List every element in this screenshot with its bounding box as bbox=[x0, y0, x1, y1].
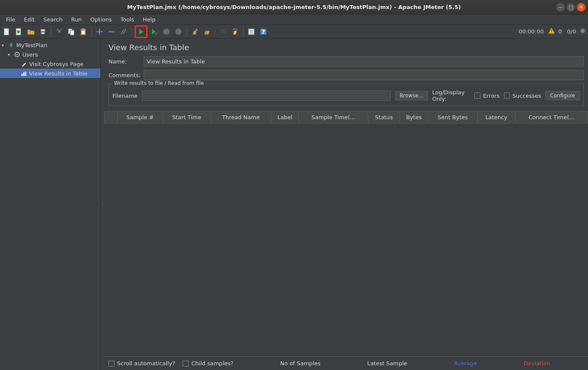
expand-icon[interactable] bbox=[94, 27, 105, 37]
fieldset-legend: Write results to file / Read from file bbox=[112, 80, 205, 86]
start-button[interactable] bbox=[135, 25, 148, 38]
svg-rect-9 bbox=[70, 30, 74, 35]
col-connect[interactable]: Connect Time(... bbox=[515, 111, 588, 123]
search-icon[interactable] bbox=[218, 27, 228, 37]
svg-rect-5 bbox=[42, 32, 45, 34]
results-table[interactable]: Sample # Start Time Thread Name Label Sa… bbox=[104, 111, 588, 356]
menu-tools[interactable]: Tools bbox=[116, 15, 139, 24]
panel-title: View Results in Table bbox=[104, 39, 588, 54]
child-samples-checkbox[interactable]: Child samples? bbox=[183, 360, 233, 367]
svg-rect-28 bbox=[21, 74, 23, 76]
name-input[interactable] bbox=[144, 56, 584, 66]
tree-label: MyTestPlan bbox=[16, 42, 47, 48]
svg-rect-23 bbox=[551, 32, 552, 33]
start-no-pause-icon[interactable] bbox=[149, 27, 160, 37]
col-label[interactable]: Label bbox=[271, 111, 299, 123]
comments-input[interactable] bbox=[144, 70, 584, 80]
svg-rect-4 bbox=[41, 29, 45, 31]
svg-rect-29 bbox=[23, 72, 24, 76]
warning-icon[interactable] bbox=[548, 27, 555, 36]
svg-point-25 bbox=[582, 30, 584, 32]
col-status[interactable]: Status bbox=[368, 111, 399, 123]
chevron-down-icon[interactable]: ▾ bbox=[8, 52, 12, 57]
window-titlebar: MyTestPlan.jmx (/home/cybrosys/Downloads… bbox=[0, 0, 588, 15]
col-latency[interactable]: Latency bbox=[477, 111, 515, 123]
svg-marker-15 bbox=[175, 29, 181, 35]
errors-checkbox[interactable]: Errors bbox=[474, 93, 499, 99]
clear-icon[interactable] bbox=[190, 27, 200, 37]
shutdown-icon[interactable] bbox=[173, 27, 184, 37]
window-minimize-button[interactable]: — bbox=[556, 3, 565, 12]
comments-label: Comments: bbox=[109, 72, 139, 78]
svg-marker-14 bbox=[163, 29, 169, 35]
menu-file[interactable]: File bbox=[2, 15, 20, 24]
tree-label: Visit Cybrosys Page bbox=[29, 61, 84, 67]
paste-icon[interactable] bbox=[78, 27, 88, 37]
menu-edit[interactable]: Edit bbox=[20, 15, 39, 24]
filename-label: Filename bbox=[112, 93, 138, 99]
menu-options[interactable]: Options bbox=[86, 15, 116, 24]
col-sentbytes[interactable]: Sent Bytes bbox=[428, 111, 477, 123]
table-header-row: Sample # Start Time Thread Name Label Sa… bbox=[105, 111, 588, 123]
svg-point-17 bbox=[220, 29, 223, 32]
gear-icon bbox=[14, 51, 21, 58]
svg-point-13 bbox=[155, 32, 158, 35]
window-close-button[interactable]: ✕ bbox=[577, 3, 585, 12]
col-starttime[interactable]: Start Time bbox=[163, 111, 211, 123]
chevron-down-icon[interactable]: ▾ bbox=[2, 43, 6, 48]
window-title: MyTestPlan.jmx (/home/cybrosys/Downloads… bbox=[127, 4, 461, 10]
collapse-icon[interactable] bbox=[106, 27, 117, 37]
menu-help[interactable]: Help bbox=[139, 15, 160, 24]
col-sample[interactable]: Sample # bbox=[118, 111, 163, 123]
svg-point-18 bbox=[223, 29, 226, 32]
new-icon[interactable] bbox=[2, 27, 12, 37]
copy-icon[interactable] bbox=[66, 27, 76, 37]
svg-point-7 bbox=[60, 32, 62, 34]
testplan-icon bbox=[8, 42, 15, 48]
filename-input[interactable] bbox=[142, 90, 391, 101]
server-status-icon bbox=[579, 27, 586, 36]
svg-point-27 bbox=[17, 54, 18, 55]
help-icon[interactable]: ? bbox=[258, 27, 268, 37]
split-gutter[interactable]: ⋮ bbox=[101, 39, 104, 370]
reset-search-icon[interactable] bbox=[230, 27, 240, 37]
tree-label: Users bbox=[22, 51, 38, 58]
test-plan-tree[interactable]: ▾ MyTestPlan ▾ Users Visit Cybrosys Page… bbox=[0, 39, 101, 370]
clear-all-icon[interactable] bbox=[202, 27, 212, 37]
panel-footer: Scroll automatically? Child samples? No … bbox=[104, 356, 588, 370]
browse-button[interactable]: Browse... bbox=[395, 91, 428, 100]
file-fieldset: Write results to file / Read from file F… bbox=[109, 84, 584, 106]
menu-run[interactable]: Run bbox=[67, 15, 86, 24]
window-maximize-button[interactable]: □ bbox=[567, 3, 575, 12]
toolbar: ? 00:00:00 0 0/0 bbox=[0, 25, 588, 39]
scroll-auto-checkbox[interactable]: Scroll automatically? bbox=[109, 360, 175, 367]
svg-rect-11 bbox=[82, 28, 85, 30]
svg-rect-30 bbox=[25, 72, 26, 76]
no-of-samples-label: No of Samples bbox=[280, 360, 320, 367]
templates-icon[interactable] bbox=[14, 27, 24, 37]
cut-icon[interactable] bbox=[54, 27, 64, 37]
sampler-icon bbox=[21, 60, 27, 67]
col-threadname[interactable]: Thread Name bbox=[211, 111, 271, 123]
function-helper-icon[interactable] bbox=[246, 27, 256, 37]
svg-text:?: ? bbox=[262, 28, 265, 35]
toggle-icon[interactable] bbox=[118, 27, 129, 37]
save-icon[interactable] bbox=[38, 27, 48, 37]
editor-panel: View Results in Table Name: Comments: Wr… bbox=[104, 39, 588, 370]
col-bytes[interactable]: Bytes bbox=[400, 111, 428, 123]
tree-node-sampler[interactable]: Visit Cybrosys Page bbox=[0, 59, 100, 69]
open-icon[interactable] bbox=[26, 27, 36, 37]
tree-node-testplan[interactable]: ▾ MyTestPlan bbox=[0, 40, 100, 50]
tree-node-threadgroup[interactable]: ▾ Users bbox=[0, 50, 100, 59]
logdisplay-label: Log/Display Only: bbox=[432, 89, 470, 102]
svg-rect-12 bbox=[82, 30, 85, 34]
configure-button[interactable]: Configure bbox=[546, 91, 580, 100]
listener-icon bbox=[21, 70, 27, 77]
menu-search[interactable]: Search bbox=[39, 15, 67, 24]
stop-icon[interactable] bbox=[161, 27, 172, 37]
successes-checkbox[interactable]: Successes bbox=[504, 93, 541, 99]
tree-node-listener[interactable]: View Results in Table bbox=[0, 69, 100, 78]
name-label: Name: bbox=[109, 58, 139, 65]
col-sampletime[interactable]: Sample Time(... bbox=[299, 111, 368, 123]
svg-point-16 bbox=[196, 29, 198, 31]
